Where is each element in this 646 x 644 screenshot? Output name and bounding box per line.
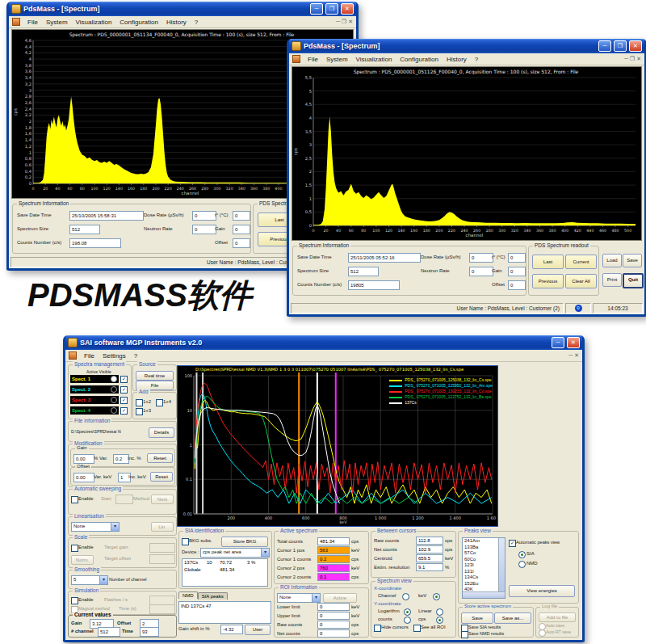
print-button[interactable]: Print bbox=[602, 273, 622, 287]
gain-inc-field[interactable]: 0.2 bbox=[113, 454, 129, 464]
details-button[interactable]: Details bbox=[149, 427, 174, 438]
sweeping-enable-checkbox[interactable] bbox=[71, 496, 78, 503]
load-button[interactable]: Load bbox=[602, 254, 622, 267]
tab-sia-peaks[interactable]: SIA peaks bbox=[198, 592, 228, 600]
mdi-controls[interactable]: ─✕ bbox=[568, 352, 579, 359]
peaks-listbox[interactable]: 241Am133Ba57Co60Co123I131I134Cs152Eu40K1… bbox=[462, 537, 505, 599]
save-nmd-results-checkbox[interactable] bbox=[461, 631, 468, 638]
current-button[interactable]: Current bbox=[565, 255, 597, 269]
row-value-field[interactable]: 102.9 bbox=[416, 545, 443, 554]
menu-item-system[interactable]: System bbox=[42, 18, 72, 27]
spectrum-size-field[interactable]: 512 bbox=[348, 267, 379, 276]
save-spectrum-button[interactable]: Save bbox=[461, 612, 493, 624]
spectrum-row-1[interactable]: Spect. 1 bbox=[70, 375, 119, 383]
titlebar[interactable]: PdsMass - [Spectrum] ─ ❐ ✕ bbox=[9, 2, 356, 16]
tab-nmd[interactable]: NMD bbox=[178, 591, 198, 599]
temperature-field[interactable]: 0 bbox=[233, 211, 250, 221]
nmd-radio[interactable] bbox=[518, 561, 526, 568]
save-as-button[interactable]: Save as... bbox=[494, 612, 531, 624]
clear-all-button[interactable]: Clear All bbox=[565, 274, 597, 288]
peaks-list-item[interactable]: 241Am bbox=[463, 538, 499, 545]
smoothing-dropdown[interactable]: 5 bbox=[71, 575, 108, 585]
menu-item-file[interactable]: File bbox=[80, 351, 99, 360]
linear-radio[interactable] bbox=[436, 608, 443, 616]
row-value-field[interactable]: 563 bbox=[317, 546, 350, 554]
titlebar[interactable]: SAI software MGP Instruments v2.0 ─ ✕ bbox=[65, 335, 582, 350]
menu-item-configuration[interactable]: Configuration bbox=[396, 55, 443, 64]
menu-item-history[interactable]: History bbox=[162, 18, 191, 27]
user-button[interactable]: User bbox=[245, 625, 271, 635]
spectrum-row-3[interactable]: Spect. 3 bbox=[70, 396, 119, 404]
menu-item-configuration[interactable]: Configuration bbox=[115, 18, 162, 27]
automatic-peaks-checkbox[interactable]: ✓ bbox=[509, 540, 516, 547]
maximize-button[interactable]: ❐ bbox=[325, 3, 338, 15]
peaks-list-item[interactable]: 134Cs bbox=[463, 575, 499, 581]
row-value-field[interactable]: 0.1 bbox=[317, 573, 350, 581]
menu-item-settings[interactable]: Settings bbox=[99, 351, 130, 360]
visible-checkbox[interactable]: ✓ bbox=[120, 376, 128, 383]
linearisation-dropdown[interactable]: None bbox=[71, 522, 120, 532]
legend-entry[interactable]: PDS_ 075270_071005_130233_132_lin_Co.spe bbox=[389, 389, 493, 394]
previous-button[interactable]: Previous bbox=[532, 274, 564, 288]
legend-entry[interactable]: PDS_ 075270_071005_122752_132_lin_Ba.spe bbox=[389, 394, 493, 400]
gain-shift-field[interactable]: -4.32 bbox=[220, 625, 243, 634]
legend-entry[interactable]: PDS_ 075270_071005_125038_132_lin_Cs.spe bbox=[389, 377, 493, 383]
row-value-field[interactable]: 0 bbox=[317, 603, 350, 611]
temperature-field[interactable]: 0 bbox=[508, 253, 526, 263]
peaks-list-item[interactable]: 60Co bbox=[463, 557, 499, 563]
kev-radio[interactable] bbox=[433, 593, 440, 600]
see-all-roi-checkbox[interactable] bbox=[413, 625, 421, 632]
counts-number-field[interactable]: 19805 bbox=[348, 280, 400, 290]
gain-spinner[interactable]: 0.00 bbox=[73, 454, 94, 464]
menu-item-history[interactable]: History bbox=[443, 55, 471, 64]
offset-field[interactable]: 0 bbox=[508, 280, 526, 290]
mdi-controls[interactable]: ─❐✕ bbox=[624, 56, 641, 62]
save-date-field[interactable]: 25/11/2005 05:52:16 bbox=[348, 253, 421, 263]
legend-entry[interactable]: 137Cs bbox=[389, 400, 493, 406]
menu-item-file[interactable]: File bbox=[23, 18, 42, 27]
main-chart-area[interactable]: D:\Spectres\SPRD\essai NMD V1.3\NMD 1 3 … bbox=[177, 365, 498, 527]
bkg-subs-checkbox[interactable] bbox=[182, 538, 189, 545]
minimize-button[interactable]: ─ bbox=[310, 3, 323, 15]
row-value-field[interactable]: 0 bbox=[317, 629, 350, 638]
close-button[interactable]: ✕ bbox=[341, 3, 354, 15]
titlebar[interactable]: PdsMass - [Spectrum] ─ ❐ ✕ bbox=[289, 39, 644, 53]
visible-checkbox[interactable]: ✓ bbox=[120, 397, 128, 404]
peaks-list-item[interactable]: 133Ba bbox=[463, 545, 499, 551]
menu-item-file[interactable]: File bbox=[304, 55, 322, 64]
row-value-field[interactable]: 112.8 bbox=[416, 537, 443, 545]
menu-item-[interactable]: ? bbox=[471, 55, 482, 64]
active-radio[interactable] bbox=[111, 376, 117, 382]
offset-spinner[interactable]: 0.00 bbox=[73, 473, 94, 482]
peaks-list-item[interactable]: 131I bbox=[463, 569, 499, 575]
counts-number-field[interactable]: 198.08 bbox=[69, 238, 121, 248]
cps-radio[interactable] bbox=[436, 617, 443, 624]
close-button[interactable]: ✕ bbox=[567, 337, 580, 348]
menu-item-visualization[interactable]: Visualization bbox=[72, 18, 116, 27]
dose-rate-field[interactable]: 0 bbox=[469, 253, 493, 263]
visible-checkbox[interactable]: ✓ bbox=[120, 386, 128, 394]
active-radio[interactable] bbox=[111, 407, 117, 414]
last-button[interactable]: Last bbox=[532, 255, 564, 269]
menu-item-[interactable]: ? bbox=[130, 351, 141, 360]
minimize-button[interactable]: ─ bbox=[552, 337, 564, 348]
spectrum-row-4[interactable]: Spect. 4 bbox=[70, 406, 119, 415]
row-value-field[interactable]: 659.5 bbox=[416, 554, 443, 562]
menu-item-[interactable]: ? bbox=[191, 18, 202, 27]
spectrum-row-2[interactable]: Spect. 2 bbox=[70, 385, 119, 394]
sia-results-list[interactable]: 137Cs1070.723 %Globale481.34 bbox=[182, 558, 268, 587]
scrollbar-vertical[interactable] bbox=[498, 538, 505, 592]
peaks-list-item[interactable]: 152Eu bbox=[463, 581, 499, 587]
maximize-button[interactable]: ❐ bbox=[614, 40, 627, 52]
mdi-controls[interactable]: ─❐✕ bbox=[336, 19, 353, 25]
device-dropdown[interactable]: cps peak net area bbox=[200, 548, 270, 558]
row-value-field[interactable]: 0.2 bbox=[317, 555, 350, 563]
add-1-4-checkbox[interactable] bbox=[156, 399, 163, 406]
close-button[interactable]: ✕ bbox=[629, 40, 642, 52]
logarithm-radio[interactable] bbox=[404, 608, 411, 616]
gain-field[interactable]: 0 bbox=[508, 267, 526, 276]
neutron-rate-field[interactable]: 0 bbox=[469, 267, 493, 276]
gain-reset-button[interactable]: Reset bbox=[147, 453, 173, 463]
row-value-field[interactable]: 481.34 bbox=[317, 537, 350, 545]
hide-cursors-checkbox[interactable] bbox=[374, 625, 381, 632]
